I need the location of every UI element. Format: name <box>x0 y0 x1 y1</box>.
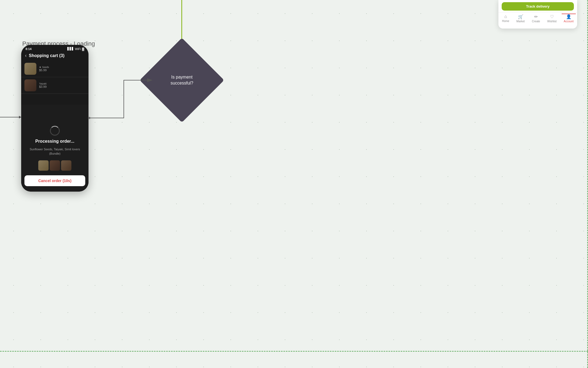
bundle-image-3 <box>61 160 71 171</box>
back-arrow-icon[interactable]: ‹ <box>25 53 27 58</box>
bundle-images <box>38 160 71 171</box>
processing-title: Processing order... <box>35 139 74 144</box>
item-price-seeds: $5.99 <box>39 68 85 72</box>
wifi-icon: WiFi <box>75 47 81 51</box>
decision-diamond: Is payment successful? <box>140 38 224 122</box>
bundle-image-2 <box>50 160 60 171</box>
item-details-seeds: ★ Seeds $5.99 <box>39 66 85 72</box>
phone-screen: 8:14 ▋▋▋ WiFi ▓ ‹ Shopping cart (3) ★ S <box>21 45 88 192</box>
decision-diamond-text: Is payment successful? <box>170 74 193 86</box>
status-time: 8:14 <box>26 47 31 51</box>
item-price-taiyaki: $3.99 <box>39 85 85 88</box>
item-image-taiyaki <box>24 79 36 91</box>
item-category-seeds: ★ Seeds <box>39 66 85 68</box>
loading-spinner <box>50 126 60 136</box>
cart-title: Shopping cart (3) <box>29 53 65 58</box>
decision-diamond-container: Is payment successful? <box>152 50 212 110</box>
signal-icon: ▋▋▋ <box>67 47 74 51</box>
connector-dot-phone <box>88 117 90 119</box>
flow-container: Payment process - Loading 8:14 ▋▋▋ WiFi … <box>0 0 588 368</box>
cart-item-seeds: ★ Seeds $5.99 <box>21 61 88 77</box>
bundle-image-1 <box>38 160 49 171</box>
star-icon: ★ <box>39 66 41 68</box>
cancel-order-button[interactable]: Cancel order (10s) <box>24 175 85 186</box>
cart-header: ‹ Shopping cart (3) <box>21 52 88 61</box>
item-image-seeds <box>24 63 36 75</box>
battery-icon: ▓ <box>82 47 84 51</box>
phone-mockup: 8:14 ▋▋▋ WiFi ▓ ‹ Shopping cart (3) ★ S <box>21 45 88 192</box>
item-category-taiyaki: Taiyaki <box>39 82 85 85</box>
status-icons: ▋▋▋ WiFi ▓ <box>67 47 84 51</box>
cancel-button-wrapper: Cancel order (10s) <box>24 175 85 186</box>
arrow-left-to-phone <box>0 117 21 117</box>
item-details-taiyaki: Taiyaki $3.99 <box>39 82 85 88</box>
status-bar: 8:14 ▋▋▋ WiFi ▓ <box>21 45 88 52</box>
cart-item-taiyaki: Taiyaki $3.99 <box>21 77 88 94</box>
processing-items-text: Sunflower Seeds, Taiyaki, Simit lovers (… <box>21 147 88 156</box>
